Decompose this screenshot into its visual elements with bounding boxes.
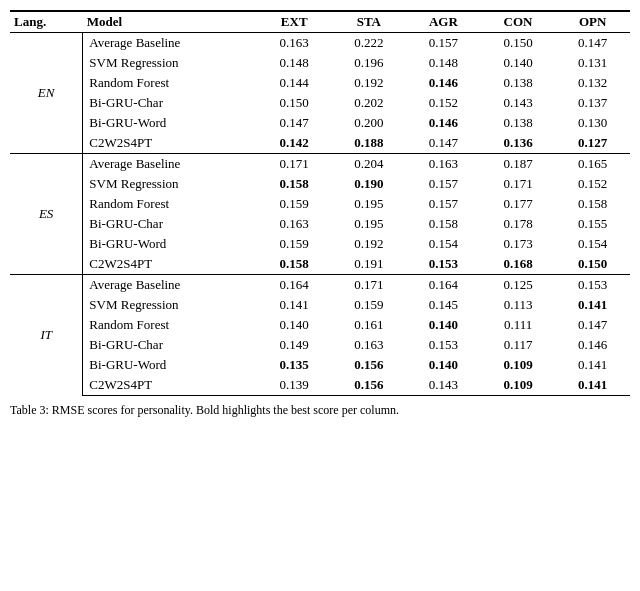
sta-cell: 0.190: [332, 174, 407, 194]
table-row: Bi-GRU-Word0.1350.1560.1400.1090.141: [10, 355, 630, 375]
agr-cell: 0.157: [406, 33, 481, 54]
table-caption: Table 3: RMSE scores for personality. Bo…: [10, 402, 630, 419]
table-row: Bi-GRU-Word0.1470.2000.1460.1380.130: [10, 113, 630, 133]
model-cell: Bi-GRU-Char: [83, 93, 257, 113]
agr-cell: 0.140: [406, 355, 481, 375]
con-cell: 0.109: [481, 355, 556, 375]
sta-cell: 0.196: [332, 53, 407, 73]
model-cell: Average Baseline: [83, 33, 257, 54]
table-row: Bi-GRU-Char0.1500.2020.1520.1430.137: [10, 93, 630, 113]
con-cell: 0.113: [481, 295, 556, 315]
opn-cell: 0.137: [555, 93, 630, 113]
ext-cell: 0.150: [257, 93, 332, 113]
table-row: ESAverage Baseline0.1710.2040.1630.1870.…: [10, 154, 630, 175]
agr-cell: 0.140: [406, 315, 481, 335]
con-cell: 0.178: [481, 214, 556, 234]
ext-cell: 0.140: [257, 315, 332, 335]
sta-cell: 0.195: [332, 214, 407, 234]
model-header: Model: [83, 11, 257, 33]
model-cell: Random Forest: [83, 73, 257, 93]
opn-cell: 0.152: [555, 174, 630, 194]
agr-cell: 0.153: [406, 335, 481, 355]
opn-cell: 0.147: [555, 315, 630, 335]
con-header: CON: [481, 11, 556, 33]
con-cell: 0.177: [481, 194, 556, 214]
opn-cell: 0.141: [555, 295, 630, 315]
table-row: Bi-GRU-Word0.1590.1920.1540.1730.154: [10, 234, 630, 254]
agr-cell: 0.163: [406, 154, 481, 175]
table-row: SVM Regression0.1410.1590.1450.1130.141: [10, 295, 630, 315]
ext-cell: 0.164: [257, 275, 332, 296]
lang-cell: ES: [10, 154, 83, 275]
sta-cell: 0.163: [332, 335, 407, 355]
con-cell: 0.187: [481, 154, 556, 175]
sta-cell: 0.202: [332, 93, 407, 113]
ext-cell: 0.135: [257, 355, 332, 375]
opn-cell: 0.158: [555, 194, 630, 214]
agr-cell: 0.157: [406, 194, 481, 214]
opn-cell: 0.132: [555, 73, 630, 93]
table-row: Bi-GRU-Char0.1490.1630.1530.1170.146: [10, 335, 630, 355]
agr-cell: 0.157: [406, 174, 481, 194]
sta-cell: 0.200: [332, 113, 407, 133]
table-row: Random Forest0.1590.1950.1570.1770.158: [10, 194, 630, 214]
model-cell: Bi-GRU-Char: [83, 214, 257, 234]
ext-cell: 0.147: [257, 113, 332, 133]
model-cell: Bi-GRU-Word: [83, 234, 257, 254]
agr-cell: 0.152: [406, 93, 481, 113]
agr-cell: 0.146: [406, 73, 481, 93]
ext-cell: 0.139: [257, 375, 332, 396]
table-row: SVM Regression0.1480.1960.1480.1400.131: [10, 53, 630, 73]
sta-cell: 0.191: [332, 254, 407, 275]
opn-cell: 0.154: [555, 234, 630, 254]
sta-cell: 0.156: [332, 355, 407, 375]
opn-cell: 0.150: [555, 254, 630, 275]
lang-header: Lang.: [10, 11, 83, 33]
con-cell: 0.150: [481, 33, 556, 54]
ext-cell: 0.142: [257, 133, 332, 154]
sta-cell: 0.195: [332, 194, 407, 214]
model-cell: SVM Regression: [83, 53, 257, 73]
ext-cell: 0.148: [257, 53, 332, 73]
model-cell: SVM Regression: [83, 174, 257, 194]
results-table: Lang. Model EXT STA AGR CON OPN ENAverag…: [10, 10, 630, 396]
agr-cell: 0.158: [406, 214, 481, 234]
con-cell: 0.136: [481, 133, 556, 154]
ext-cell: 0.149: [257, 335, 332, 355]
con-cell: 0.140: [481, 53, 556, 73]
opn-cell: 0.141: [555, 375, 630, 396]
opn-cell: 0.141: [555, 355, 630, 375]
ext-cell: 0.141: [257, 295, 332, 315]
opn-cell: 0.131: [555, 53, 630, 73]
agr-cell: 0.146: [406, 113, 481, 133]
model-cell: SVM Regression: [83, 295, 257, 315]
sta-header: STA: [332, 11, 407, 33]
agr-header: AGR: [406, 11, 481, 33]
agr-cell: 0.148: [406, 53, 481, 73]
ext-cell: 0.163: [257, 33, 332, 54]
con-cell: 0.138: [481, 113, 556, 133]
con-cell: 0.109: [481, 375, 556, 396]
agr-cell: 0.153: [406, 254, 481, 275]
agr-cell: 0.143: [406, 375, 481, 396]
model-cell: Bi-GRU-Word: [83, 355, 257, 375]
ext-header: EXT: [257, 11, 332, 33]
model-cell: C2W2S4PT: [83, 133, 257, 154]
table-row: C2W2S4PT0.1390.1560.1430.1090.141: [10, 375, 630, 396]
sta-cell: 0.159: [332, 295, 407, 315]
table-row: Bi-GRU-Char0.1630.1950.1580.1780.155: [10, 214, 630, 234]
model-cell: Random Forest: [83, 315, 257, 335]
ext-cell: 0.144: [257, 73, 332, 93]
ext-cell: 0.163: [257, 214, 332, 234]
model-cell: Bi-GRU-Word: [83, 113, 257, 133]
sta-cell: 0.188: [332, 133, 407, 154]
model-cell: Bi-GRU-Char: [83, 335, 257, 355]
opn-cell: 0.155: [555, 214, 630, 234]
opn-cell: 0.147: [555, 33, 630, 54]
model-cell: Average Baseline: [83, 275, 257, 296]
table-row: ITAverage Baseline0.1640.1710.1640.1250.…: [10, 275, 630, 296]
ext-cell: 0.159: [257, 194, 332, 214]
ext-cell: 0.159: [257, 234, 332, 254]
agr-cell: 0.147: [406, 133, 481, 154]
con-cell: 0.171: [481, 174, 556, 194]
